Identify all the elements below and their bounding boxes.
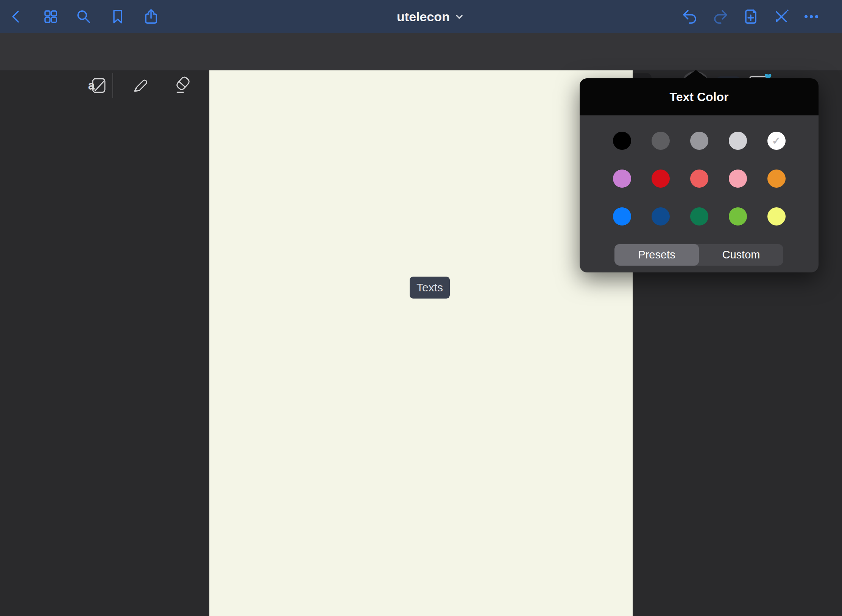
share-icon[interactable] bbox=[143, 8, 159, 25]
tab-custom[interactable]: Custom bbox=[699, 244, 783, 266]
color-swatch-red[interactable] bbox=[652, 170, 670, 188]
thumbnails-grid-icon[interactable] bbox=[42, 8, 59, 25]
chevron-down-icon bbox=[455, 12, 463, 21]
color-swatch-orange[interactable] bbox=[767, 170, 786, 188]
back-icon[interactable] bbox=[8, 8, 25, 25]
pen-tool-icon[interactable] bbox=[131, 76, 150, 95]
tab-presets[interactable]: Presets bbox=[614, 244, 699, 266]
color-swatch-green[interactable] bbox=[690, 207, 708, 226]
svg-text:a: a bbox=[88, 79, 95, 92]
swatch-row bbox=[580, 207, 819, 226]
popover-title: Text Color bbox=[670, 90, 729, 104]
color-swatch-blue[interactable] bbox=[613, 207, 631, 226]
color-swatch-black[interactable] bbox=[613, 132, 631, 150]
swatch-row bbox=[580, 170, 819, 188]
eraser-tool-icon[interactable] bbox=[172, 76, 191, 95]
tab-presets-label: Presets bbox=[638, 249, 675, 261]
redo-icon[interactable] bbox=[712, 8, 728, 25]
color-swatch-grid: ✓ bbox=[580, 132, 819, 226]
color-swatch-yellow[interactable] bbox=[767, 207, 786, 226]
editing-toolbar: a bbox=[0, 33, 842, 70]
page-mode-icon[interactable]: a bbox=[87, 75, 108, 95]
search-icon[interactable] bbox=[75, 8, 92, 25]
popover-header: Text Color bbox=[580, 78, 819, 115]
color-swatch-orchid[interactable] bbox=[613, 170, 631, 188]
color-swatch-salmon[interactable] bbox=[690, 170, 708, 188]
add-page-icon[interactable] bbox=[742, 8, 759, 25]
undo-icon[interactable] bbox=[682, 8, 699, 25]
top-navigation-bar: utelecon bbox=[0, 0, 842, 33]
toolbar-divider bbox=[112, 73, 113, 98]
presets-custom-segmented-control: Presets Custom bbox=[614, 244, 783, 266]
canvas-text-label: Texts bbox=[416, 281, 443, 294]
color-swatch-light-green[interactable] bbox=[729, 207, 747, 226]
color-swatch-navy-blue[interactable] bbox=[652, 207, 670, 226]
more-options-icon[interactable] bbox=[803, 8, 820, 25]
color-swatch-light-gray[interactable] bbox=[729, 132, 747, 150]
tab-custom-label: Custom bbox=[722, 249, 760, 261]
notebook-page: Texts bbox=[209, 70, 633, 616]
color-swatch-gray[interactable] bbox=[690, 132, 708, 150]
document-title-label: utelecon bbox=[397, 9, 450, 24]
document-title[interactable]: utelecon bbox=[397, 0, 463, 33]
canvas-text-object[interactable]: Texts bbox=[410, 277, 450, 299]
color-swatch-pink[interactable] bbox=[729, 170, 747, 188]
popover-arrow bbox=[685, 70, 707, 78]
text-color-popover: Text Color ✓ Presets Custom bbox=[580, 78, 819, 272]
checkmark-icon: ✓ bbox=[772, 135, 781, 147]
color-swatch-white[interactable]: ✓ bbox=[767, 132, 786, 150]
bookmark-icon[interactable] bbox=[109, 8, 126, 25]
pen-mode-toggle-icon[interactable] bbox=[773, 8, 790, 25]
swatch-row: ✓ bbox=[580, 132, 819, 150]
color-swatch-dark-gray[interactable] bbox=[652, 132, 670, 150]
